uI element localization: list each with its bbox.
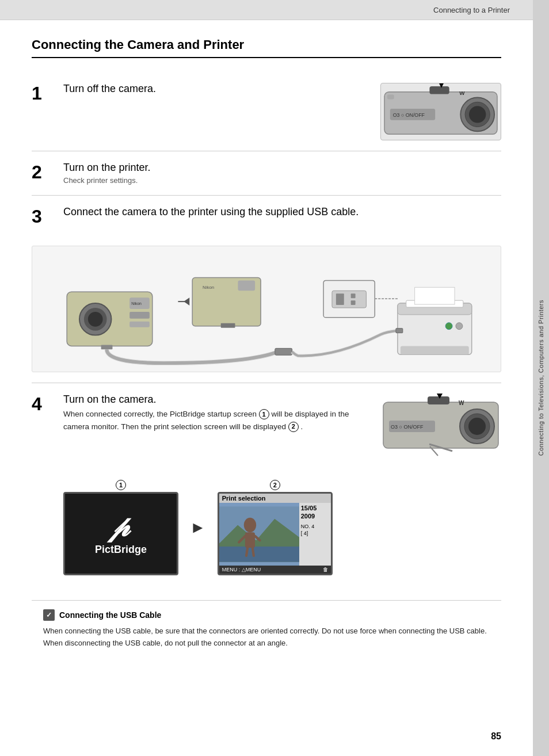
camera-top-svg-2: O3 ○ ON/OFF W: [380, 394, 501, 457]
svg-point-43: [468, 418, 486, 435]
header-bar: Connecting to a Printer: [0, 0, 533, 20]
ps-header: Print selection: [219, 494, 331, 503]
pictbridge-logo-mark: 𝓅: [113, 512, 128, 541]
svg-rect-55: [245, 532, 255, 548]
step-3-header: 3 Connect the camera to the printer usin…: [32, 206, 501, 226]
ps-date-line2: 2009: [301, 513, 329, 520]
step-2-sub-text: Check printer settings.: [63, 176, 501, 185]
ps-image-svg: [219, 503, 299, 566]
step-4-sub-text-part1: When connected correctly, the PictBridge…: [63, 410, 259, 418]
svg-line-59: [252, 548, 253, 556]
svg-rect-16: [129, 312, 150, 319]
ps-no-value: 4: [311, 524, 314, 529]
svg-text:Nikon: Nikon: [131, 301, 142, 306]
step-4-camera-image: O3 ○ ON/OFF W: [380, 394, 501, 457]
svg-rect-9: [387, 95, 394, 100]
svg-rect-29: [351, 293, 356, 298]
ps-body: 15/05 2009 NO. 4 [ 4]: [219, 503, 331, 566]
svg-rect-46: [428, 396, 449, 404]
camera-top-svg-1: O3 ○ ON/OFF W: [381, 83, 501, 140]
note-icon: ✓: [43, 609, 55, 621]
page-number: 85: [491, 731, 501, 742]
note-text: When connecting the USB cable, be sure t…: [43, 625, 490, 650]
sidebar-tab: Connecting to Televisions, Computers and…: [533, 0, 549, 756]
step-1-text-area: Turn off the camera.: [63, 83, 369, 97]
svg-rect-25: [238, 280, 255, 291]
svg-point-37: [456, 323, 463, 330]
note-box: ✓ Connecting the USB Cable When connecti…: [32, 600, 501, 658]
note-title: ✓ Connecting the USB Cable: [43, 609, 490, 621]
step-4: 4 Turn on the camera. When connected cor…: [32, 383, 501, 586]
svg-text:W: W: [459, 90, 465, 96]
svg-text:O3  ○  ON/OFF: O3 ○ ON/OFF: [393, 112, 425, 118]
camera-top-illustration-1: O3 ○ ON/OFF W: [380, 83, 501, 140]
step-3-diagram: Nikon: [32, 246, 501, 372]
svg-rect-30: [351, 300, 356, 305]
step-2: 2 Turn on the printer. Check printer set…: [32, 151, 501, 196]
note-title-text: Connecting the USB Cable: [59, 610, 161, 620]
svg-rect-21: [221, 323, 235, 328]
svg-text:O3  ○  ON/OFF: O3 ○ ON/OFF: [391, 424, 424, 430]
print-selection-wrapper: 2 Print selection: [218, 480, 333, 575]
note-checkmark: ✓: [46, 611, 52, 619]
step-3-text-area: Connect the camera to the printer using …: [63, 206, 501, 220]
screen-2-label: 2: [270, 480, 280, 490]
step-3: 3 Connect the camera to the printer usin…: [32, 196, 501, 383]
svg-rect-18: [101, 345, 113, 349]
sidebar-tab-text: Connecting to Televisions, Computers and…: [537, 300, 544, 456]
svg-rect-38: [401, 346, 469, 354]
main-heading: Connecting the Camera and Printer: [32, 37, 501, 58]
svg-rect-17: [129, 322, 150, 327]
step-1-number: 1: [32, 84, 52, 102]
step-2-number: 2: [32, 163, 52, 181]
print-selection-screen: Print selection: [218, 492, 333, 575]
circle-1: 1: [259, 409, 269, 419]
page-wrapper: Connecting to a Printer Connecting the C…: [0, 0, 549, 756]
step-3-number: 3: [32, 207, 52, 226]
svg-text:W: W: [459, 400, 464, 406]
svg-rect-28: [336, 293, 344, 305]
circle-2-inline: 2: [288, 422, 299, 432]
svg-point-13: [88, 312, 103, 327]
step-4-text-group: Turn on the camera. When connected corre…: [63, 394, 369, 433]
step-2-main-text: Turn on the printer.: [63, 162, 501, 174]
step-3-main-text: Connect the camera to the printer using …: [63, 206, 501, 218]
svg-rect-6: [429, 86, 449, 94]
pictbridge-screen: 𝓅 PictBridge: [63, 492, 178, 575]
ps-trash-icon: 🗑: [323, 567, 328, 572]
step-4-sub-text-period: .: [300, 422, 303, 431]
step-4-number: 4: [32, 395, 52, 413]
ps-sidebar: 15/05 2009 NO. 4 [ 4]: [299, 503, 331, 566]
circle-2-label: 2: [270, 480, 280, 490]
svg-rect-53: [219, 547, 299, 562]
svg-rect-19: [275, 348, 292, 355]
step-4-main-text: Turn on the camera.: [63, 394, 369, 406]
step-2-text-area: Turn on the printer. Check printer setti…: [63, 162, 501, 185]
ps-date-line1: 15/05: [301, 505, 329, 511]
step-3-svg: Nikon: [32, 246, 501, 372]
main-content: Connecting to a Printer Connecting the C…: [0, 0, 533, 756]
circle-1-label: 1: [116, 480, 126, 490]
svg-point-54: [243, 518, 256, 533]
svg-point-3: [469, 106, 486, 123]
svg-text:Nikon: Nikon: [203, 285, 214, 290]
ps-menu-text: MENU : △MENU: [222, 567, 261, 572]
svg-line-58: [246, 548, 247, 556]
ps-footer: MENU : △MENU 🗑: [219, 566, 331, 574]
step-4-header: 4 Turn on the camera. When connected cor…: [32, 394, 501, 457]
step-4-desc: When connected correctly, the PictBridge…: [63, 408, 369, 433]
ps-no-label-text: NO.: [301, 524, 310, 529]
step-1-main-text: Turn off the camera.: [63, 83, 369, 95]
svg-rect-35: [415, 287, 455, 304]
step-1-image: O3 ○ ON/OFF W: [380, 83, 501, 140]
content-area: Connecting the Camera and Printer 1 Turn…: [0, 20, 533, 675]
svg-rect-39: [396, 329, 403, 333]
ps-image: [219, 503, 299, 566]
header-title: Connecting to a Printer: [433, 6, 510, 14]
screen-1-label: 1: [116, 480, 126, 490]
screens-arrow: ►: [190, 518, 206, 537]
pictbridge-text: PictBridge: [95, 544, 147, 556]
step-4-screens: 1 𝓅 PictBridge ► 2: [32, 480, 333, 575]
pictbridge-screen-wrapper: 1 𝓅 PictBridge: [63, 480, 178, 575]
step-1: 1 Turn off the camera.: [32, 72, 501, 151]
